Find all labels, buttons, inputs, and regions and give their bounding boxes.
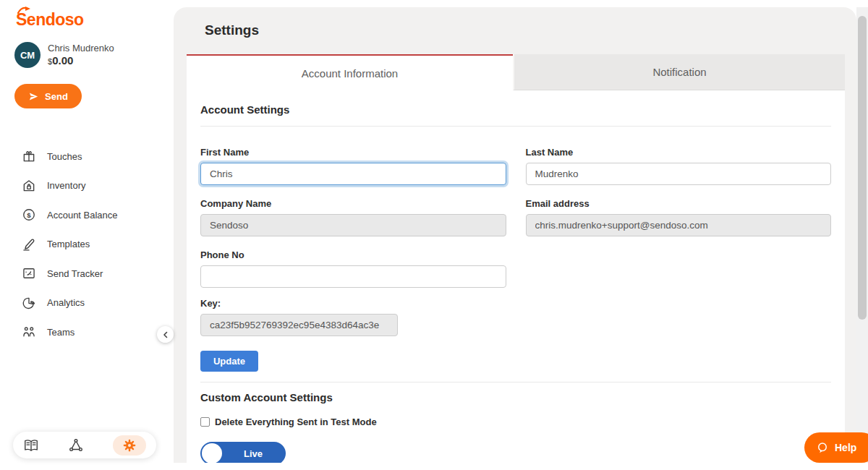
vertical-scrollbar[interactable] (856, 7, 868, 463)
paper-plane-icon (28, 91, 39, 102)
sidebar-item-touches[interactable]: Touches (22, 142, 159, 171)
toggle-knob[interactable] (202, 443, 222, 463)
scrollbar-thumb[interactable] (858, 16, 867, 320)
sidebar-item-analytics[interactable]: Analytics (22, 289, 159, 318)
settings-gear-icon[interactable] (113, 435, 146, 456)
api-key-input (200, 314, 398, 336)
user-balance: $0.00 (48, 54, 114, 68)
logo-swoosh-icon (17, 6, 31, 14)
user-profile[interactable]: CM Chris Mudrenko $0.00 (14, 42, 114, 68)
avatar[interactable]: CM (14, 42, 41, 68)
sidebar-collapse-button[interactable] (157, 326, 174, 343)
account-settings-form: First Name Last Name Company Name Email … (200, 147, 831, 288)
sidebar-item-label: Analytics (47, 297, 85, 308)
update-button[interactable]: Update (200, 351, 258, 372)
sidebar-footer-toolbar (13, 432, 156, 458)
user-name: Chris Mudrenko (48, 42, 114, 54)
sidebar-item-label: Touches (47, 151, 82, 162)
account-settings-heading: Account Settings (200, 103, 831, 116)
last-name-label: Last Name (526, 147, 832, 158)
company-name-label: Company Name (200, 198, 506, 209)
sidebar-item-label: Inventory (47, 180, 85, 191)
divider (200, 126, 831, 127)
first-name-field: First Name (200, 147, 506, 185)
dollar-circle-icon: $ (22, 208, 36, 222)
delete-test-mode-label: Delete Everything Sent in Test Mode (215, 416, 377, 427)
integrations-icon[interactable] (68, 437, 84, 453)
pie-chart-icon (22, 296, 36, 310)
first-name-label: First Name (200, 147, 506, 158)
last-name-field: Last Name (526, 147, 832, 185)
sidebar-item-label: Teams (47, 327, 75, 338)
help-button[interactable]: Help (804, 432, 868, 463)
settings-tabs: Account Information Notification (187, 54, 845, 90)
settings-page: Settings Account Information Notificatio… (174, 7, 856, 463)
sidebar-item-label: Send Tracker (47, 268, 103, 279)
sidebar-item-label: Templates (47, 239, 90, 249)
phone-input[interactable] (200, 265, 506, 288)
phone-label: Phone No (200, 249, 506, 260)
chevron-left-icon (162, 331, 169, 338)
divider (200, 382, 831, 383)
account-information-panel: Account Settings First Name Last Name Co… (187, 90, 845, 463)
tab-notification[interactable]: Notification (513, 54, 845, 90)
api-key-field: Key: (200, 298, 398, 336)
api-key-label: Key: (200, 298, 398, 309)
sidebar-item-account-balance[interactable]: $ Account Balance (22, 200, 159, 230)
send-button[interactable]: Send (14, 84, 82, 108)
sidebar-item-inventory[interactable]: Inventory (22, 171, 159, 201)
delete-test-mode-checkbox[interactable] (200, 417, 210, 427)
page-title: Settings (205, 22, 259, 38)
send-button-label: Send (45, 91, 68, 102)
first-name-input[interactable] (200, 163, 506, 185)
sidebar-item-teams[interactable]: Teams (22, 317, 159, 347)
email-label: Email address (526, 198, 832, 209)
chat-bubble-icon (816, 441, 829, 454)
email-input (526, 214, 832, 236)
sidebar: Sendoso CM Chris Mudrenko $0.00 Send Tou… (0, 0, 174, 470)
tab-account-information[interactable]: Account Information (187, 54, 513, 90)
company-name-input (200, 214, 506, 236)
help-button-label: Help (835, 442, 856, 453)
live-mode-toggle[interactable]: Live (200, 442, 286, 463)
catalog-book-icon[interactable] (23, 437, 39, 453)
last-name-input[interactable] (526, 163, 832, 185)
sidebar-item-label: Account Balance (47, 210, 118, 221)
svg-text:$: $ (27, 211, 31, 219)
gift-icon (22, 149, 36, 163)
email-field: Email address (526, 198, 832, 236)
sidebar-item-send-tracker[interactable]: Send Tracker (22, 259, 159, 289)
people-icon (22, 325, 36, 339)
tracker-icon (22, 266, 36, 281)
inventory-icon (22, 179, 36, 193)
phone-field: Phone No (200, 249, 506, 288)
toggle-label: Live (228, 442, 278, 463)
pencil-icon (22, 237, 36, 252)
balance-amount: 0.00 (52, 54, 73, 67)
custom-account-settings-heading: Custom Account Settings (200, 391, 831, 403)
company-name-field: Company Name (200, 198, 506, 236)
sendoso-logo[interactable]: Sendoso (16, 10, 84, 30)
sidebar-item-templates[interactable]: Templates (22, 230, 159, 260)
grid-spacer (526, 249, 832, 288)
sidebar-nav: Touches Inventory $ Account Balance Temp… (22, 142, 159, 347)
delete-test-mode-row: Delete Everything Sent in Test Mode (200, 416, 831, 427)
